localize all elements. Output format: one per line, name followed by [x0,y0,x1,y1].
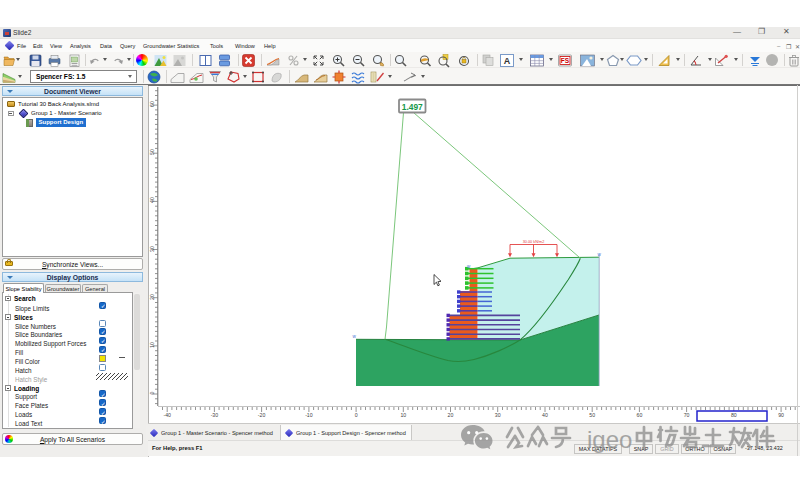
svg-text:A: A [504,55,511,65]
svg-text:FS: FS [561,57,570,64]
svg-text:30.00 kN/m2: 30.00 kN/m2 [523,240,545,244]
svg-text:w: w [353,334,357,339]
svg-text:1.497: 1.497 [402,102,423,112]
svg-text:w: w [467,264,471,269]
svg-text:igeo: igeo [587,426,632,453]
svg-text:w: w [598,252,602,257]
